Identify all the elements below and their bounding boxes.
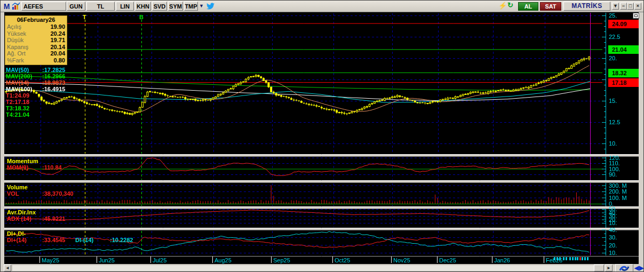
info-box-row: Yüksek20.24 xyxy=(7,30,65,37)
indicator-axis-tick: 200. M xyxy=(609,188,627,195)
period-button-gun[interactable]: GUN xyxy=(67,2,85,11)
price-axis-tick: 10. xyxy=(609,140,617,147)
button-khn[interactable]: KHN xyxy=(135,2,151,11)
session-mark xyxy=(566,257,567,260)
chart-type-icon[interactable] xyxy=(12,2,20,10)
info-box-row: Ağ. Ort20.04 xyxy=(7,50,65,57)
minimize-button[interactable]: − xyxy=(620,3,627,10)
symbol-field[interactable]: AEFES xyxy=(21,2,66,11)
info-row-label: %Fark xyxy=(7,57,24,64)
time-axis-month-label: Aug25 xyxy=(214,257,232,263)
price-axis-tick: 15. xyxy=(609,98,617,104)
adx-indicator-label: ADX (14) xyxy=(7,215,31,222)
info-row-label: Düşük xyxy=(7,37,23,44)
session-mark-red xyxy=(579,257,581,260)
di-plus-label: DI+(14) xyxy=(7,237,27,243)
currency-button-tl[interactable]: TL xyxy=(86,2,115,11)
matriks-swirl-button[interactable] xyxy=(615,264,633,272)
swirl-icon xyxy=(618,265,630,272)
indicator-axis-tick: 30. xyxy=(609,234,617,241)
mini-chart-icon xyxy=(12,2,20,10)
info-box-row: %Fark0.80 xyxy=(7,57,65,64)
horizontal-scrollbar: ◄ ► ◀ ▶ xyxy=(1,264,644,272)
buy-button[interactable]: AL xyxy=(518,2,538,11)
indicator-axis-tick: 10. xyxy=(609,250,617,256)
info-row-label: Yüksek xyxy=(7,30,26,37)
nav-left-icon[interactable]: ◀ xyxy=(634,265,639,271)
chart-plot-area[interactable] xyxy=(4,12,639,264)
di-minus-value: :10.2282 xyxy=(110,237,133,243)
twitter-icon[interactable] xyxy=(206,2,214,12)
price-level-badge: 18.32 xyxy=(608,69,639,77)
di-panel-title: DI+,DI- xyxy=(7,230,26,237)
info-box-row: Kapanış20.14 xyxy=(7,44,65,51)
maximize-button[interactable]: □ xyxy=(627,3,634,10)
session-mark xyxy=(587,257,589,260)
panel-restore-button[interactable] xyxy=(633,13,639,19)
scale-button-lin[interactable]: LIN xyxy=(116,2,134,11)
time-axis-month-label: Jan26 xyxy=(494,257,510,263)
app-menu-icon[interactable]: M xyxy=(3,2,11,11)
lightning-icon[interactable]: ⚡ xyxy=(498,2,507,10)
di-minus-label: DI-(14) xyxy=(75,237,93,243)
adx-indicator-value: :45.9221 xyxy=(42,215,65,222)
matriks-chart-window: M AEFES GUN TL LIN KHN SVD SYM TMP ▼ ⚡ ↻… xyxy=(0,0,644,272)
mav-label-value: :17.2825 xyxy=(42,67,65,73)
button-tmp[interactable]: TMP xyxy=(184,2,198,11)
price-level-badge: 24.09 xyxy=(608,20,639,28)
chevron-down-icon[interactable]: ▼ xyxy=(199,3,204,9)
mav-label-name: MAV(14) xyxy=(6,79,29,86)
matriks-logo: MATRİKS xyxy=(563,2,610,11)
indicator-axis-tick: 40. xyxy=(609,227,617,233)
nav-right-icon[interactable]: ▶ xyxy=(639,265,643,271)
indicator-axis-tick: 20. xyxy=(609,242,617,249)
refresh-icon[interactable]: ↻ xyxy=(507,1,513,9)
volume-indicator-label: VOL xyxy=(7,190,19,197)
di-plus-value: :33.4545 xyxy=(42,237,65,243)
window-menu-button[interactable]: ▼ xyxy=(612,3,619,10)
session-mark xyxy=(554,257,555,260)
scroll-right-button[interactable]: ► xyxy=(605,265,613,271)
mav-label-name: MAV(100) xyxy=(6,86,32,92)
volume-indicator-value: :38,370,340 xyxy=(42,190,74,197)
indicator-axis-tick: 90. xyxy=(609,171,617,178)
time-axis-month-label: Sep25 xyxy=(273,257,290,263)
target-level-label: T4:21.04 xyxy=(6,111,29,118)
price-level-badge: 21.04 xyxy=(608,45,639,54)
time-axis-month-label: Jun25 xyxy=(99,257,115,263)
session-mark xyxy=(575,257,576,260)
indicator-axis-tick: 300. M xyxy=(609,182,627,189)
info-row-label: Kapanış xyxy=(7,44,28,51)
price-axis-tick: 20. xyxy=(609,55,617,61)
session-mark xyxy=(563,257,565,260)
mav-label-value: :18.9873 xyxy=(42,79,65,86)
time-axis-month-label: Oct25 xyxy=(335,257,350,263)
time-axis-month-label: Dec25 xyxy=(439,257,456,263)
sell-button[interactable]: SAT xyxy=(540,2,561,11)
scrollbar-thumb[interactable] xyxy=(594,265,604,271)
signal-marker-b: B xyxy=(139,14,144,20)
button-sym[interactable]: SYM xyxy=(168,2,183,11)
scroll-left-button[interactable]: ◄ xyxy=(4,265,11,271)
momentum-indicator-label: MOM(9) xyxy=(7,164,28,171)
momentum-panel-title: Momentum xyxy=(7,158,38,164)
info-box-row: Açılış19.90 xyxy=(7,23,65,30)
mav-label-name: MAV(50) xyxy=(6,67,29,73)
time-axis-month-label: May25 xyxy=(42,257,59,263)
session-mark xyxy=(569,257,571,260)
info-row-value: 19.71 xyxy=(50,37,65,44)
session-mark xyxy=(559,257,561,260)
mav-label-value: :16.4915 xyxy=(42,86,65,92)
momentum-indicator-value: :110.84 xyxy=(42,164,62,171)
info-row-value: 19.90 xyxy=(50,23,65,30)
indicator-axis-tick: 10. xyxy=(609,220,617,226)
info-box-date: 06February26 xyxy=(7,17,65,23)
price-level-badge: 17.18 xyxy=(608,78,639,87)
ohlc-info-box: 06February26 Açılış19.90Yüksek20.24Düşük… xyxy=(5,15,67,65)
button-svd[interactable]: SVD xyxy=(152,2,167,11)
target-level-label: T2:17.18 xyxy=(6,99,29,105)
scrollbar-track[interactable] xyxy=(12,265,605,271)
time-axis-month-label: Nov25 xyxy=(393,257,410,263)
close-button[interactable]: × xyxy=(634,3,641,10)
info-box-row: Düşük19.71 xyxy=(7,37,65,44)
